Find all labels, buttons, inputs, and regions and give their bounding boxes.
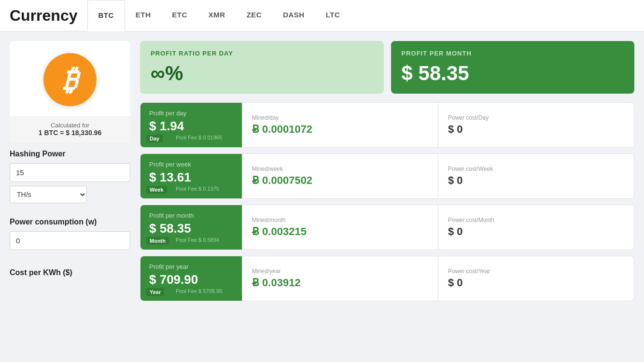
- pool-fee-year: Pool Fee $ 5709.90: [176, 288, 233, 294]
- data-row-left-day: Profit per day $ 1.94 Pool Fee $ 0.01965…: [140, 103, 242, 147]
- profit-label-year: Profit per year: [149, 263, 233, 270]
- data-row-day: Profit per day $ 1.94 Pool Fee $ 0.01965…: [140, 102, 634, 148]
- page-title: Currency: [10, 7, 78, 25]
- mined-value-year: Ƀ 0.03912: [252, 277, 428, 289]
- power-cell-year: Power cost/Year $ 0: [438, 256, 634, 301]
- currency-tab-zec[interactable]: ZEC: [236, 0, 273, 31]
- data-row-month: Profit per month $ 58.35 Pool Fee $ 0.58…: [140, 205, 634, 250]
- mined-label-year: Mined/year: [252, 268, 428, 275]
- profit-label-day: Profit per day: [149, 110, 233, 117]
- period-badge-month: Month: [146, 237, 169, 245]
- currency-tabs: BTCETHETCXMRZECDASHLTC: [87, 0, 351, 31]
- currency-tab-dash[interactable]: DASH: [272, 0, 315, 31]
- profit-value-week: $ 13.61: [149, 170, 233, 185]
- currency-tab-ltc[interactable]: LTC: [315, 0, 351, 31]
- currency-tab-btc[interactable]: BTC: [87, 0, 125, 31]
- profit-month-card: PROFIT PER MONTH $ 58.35: [391, 41, 635, 94]
- data-row-year: Profit per year $ 709.90 Pool Fee $ 5709…: [140, 256, 634, 301]
- power-label-month: Power cost/Month: [448, 217, 624, 223]
- data-row-left-year: Profit per year $ 709.90 Pool Fee $ 5709…: [140, 256, 242, 301]
- profit-value-year: $ 709.90: [149, 272, 233, 287]
- hashing-power-input[interactable]: [10, 163, 130, 182]
- profit-ratio-value: ∞%: [151, 62, 373, 85]
- data-row-left-week: Profit per week $ 13.61 Pool Fee $ 0.137…: [140, 154, 242, 198]
- bitcoin-icon: ₿: [43, 53, 97, 106]
- hashing-unit-select[interactable]: TH/s GH/s MH/s: [10, 186, 87, 203]
- currency-tab-xmr[interactable]: XMR: [198, 0, 236, 31]
- pool-fee-month: Pool Fee $ 0.5894: [176, 237, 233, 243]
- profit-label-week: Profit per week: [149, 161, 233, 168]
- hashing-power-label: Hashing Power: [10, 150, 130, 158]
- profit-month-value: $ 58.35: [402, 62, 624, 85]
- mined-value-month: Ƀ 0.003215: [252, 225, 428, 238]
- power-label-year: Power cost/Year: [448, 268, 624, 275]
- period-badge-week: Week: [146, 186, 167, 194]
- currency-tab-etc[interactable]: ETC: [161, 0, 198, 31]
- mined-cell-day: Mined/day Ƀ 0.0001072: [242, 103, 438, 147]
- mined-label-day: Mined/day: [252, 114, 428, 121]
- coin-card: ₿ Calculated for 1 BTC = $ 18,330.96: [10, 41, 130, 142]
- power-cell-month: Power cost/Month $ 0: [438, 205, 634, 250]
- power-value-week: $ 0: [448, 174, 624, 187]
- mined-cell-week: Mined/week Ƀ 0.0007502: [242, 154, 438, 198]
- profit-ratio-label: PROFIT RATIO PER DAY: [151, 50, 373, 57]
- power-consumption-input[interactable]: [10, 231, 130, 250]
- pool-fee-week: Pool Fee $ 0.1375: [176, 186, 233, 192]
- calculated-for-label: Calculated for: [15, 122, 125, 129]
- pool-fee-day: Pool Fee $ 0.01965: [176, 135, 233, 140]
- power-cell-week: Power cost/Week $ 0: [438, 154, 634, 198]
- mined-label-month: Mined/month: [252, 217, 428, 223]
- mined-cell-year: Mined/year Ƀ 0.03912: [242, 256, 438, 301]
- period-badge-day: Day: [146, 135, 163, 142]
- power-cell-day: Power cost/Day $ 0: [438, 103, 634, 147]
- hashing-unit-row: TH/s GH/s MH/s: [10, 186, 130, 203]
- cost-kwh-section: Cost per KWh ($): [10, 261, 130, 289]
- power-label-day: Power cost/Day: [448, 114, 624, 121]
- header: Currency BTCETHETCXMRZECDASHLTC: [0, 0, 644, 31]
- cost-kwh-label: Cost per KWh ($): [10, 268, 130, 277]
- power-label-week: Power cost/Week: [448, 166, 624, 172]
- profit-month-label: PROFIT PER MONTH: [402, 50, 624, 57]
- coin-icon-area: ₿: [10, 41, 130, 116]
- power-value-year: $ 0: [448, 277, 624, 289]
- data-rows-container: Profit per day $ 1.94 Pool Fee $ 0.01965…: [140, 102, 634, 301]
- coin-price-info: Calculated for 1 BTC = $ 18,330.96: [10, 116, 130, 142]
- mined-value-day: Ƀ 0.0001072: [252, 123, 428, 136]
- mined-value-week: Ƀ 0.0007502: [252, 174, 428, 187]
- power-value-month: $ 0: [448, 225, 624, 238]
- hashing-power-section: Hashing Power TH/s GH/s MH/s: [10, 142, 130, 210]
- profit-ratio-card: PROFIT RATIO PER DAY ∞%: [140, 41, 384, 94]
- main-layout: ₿ Calculated for 1 BTC = $ 18,330.96 Has…: [0, 31, 644, 317]
- power-value-day: $ 0: [448, 123, 624, 136]
- power-consumption-label: Power consumption (w): [10, 218, 130, 226]
- profit-value-month: $ 58.35: [149, 221, 233, 236]
- data-row-left-month: Profit per month $ 58.35 Pool Fee $ 0.58…: [140, 205, 242, 250]
- power-consumption-section: Power consumption (w): [10, 210, 130, 261]
- mined-label-week: Mined/week: [252, 166, 428, 172]
- mined-cell-month: Mined/month Ƀ 0.003215: [242, 205, 438, 250]
- period-badge-year: Year: [146, 288, 164, 296]
- calculated-for-value: 1 BTC = $ 18,330.96: [15, 129, 125, 137]
- currency-tab-eth[interactable]: ETH: [125, 0, 162, 31]
- main-content: PROFIT RATIO PER DAY ∞% PROFIT PER MONTH…: [140, 41, 634, 307]
- data-row-week: Profit per week $ 13.61 Pool Fee $ 0.137…: [140, 153, 634, 199]
- summary-row: PROFIT RATIO PER DAY ∞% PROFIT PER MONTH…: [140, 41, 634, 94]
- profit-label-month: Profit per month: [149, 212, 233, 219]
- sidebar: ₿ Calculated for 1 BTC = $ 18,330.96 Has…: [10, 41, 130, 307]
- profit-value-day: $ 1.94: [149, 119, 233, 134]
